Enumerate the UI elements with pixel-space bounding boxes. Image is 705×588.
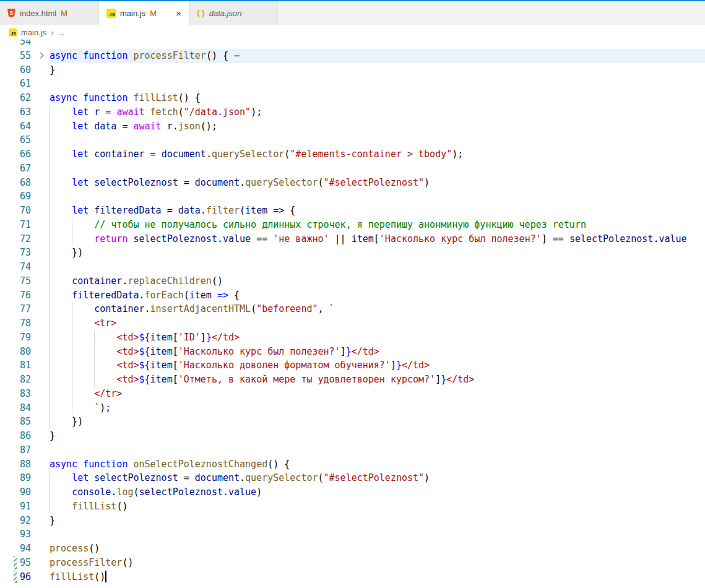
code-line[interactable]: 89 let selectPoleznost = document.queryS… [0, 471, 705, 485]
breadcrumb-symbol[interactable]: ... [58, 28, 65, 37]
tab-data-json[interactable]: { } data.json [189, 1, 278, 25]
line-number[interactable]: 64 [0, 119, 31, 134]
code-line-text: </tr> [50, 387, 705, 401]
code-line[interactable]: 75 container.replaceChildren() [0, 274, 705, 288]
code-line[interactable]: 63 let r = await fetch("/data.json"); [0, 105, 705, 119]
line-number[interactable]: 77 [0, 302, 31, 316]
line-number[interactable]: 87 [0, 443, 31, 457]
code-line[interactable]: 79 <td>${item['ID']}</td> [0, 331, 705, 345]
line-number[interactable]: 61 [0, 77, 31, 91]
code-line[interactable]: 61 [0, 77, 705, 91]
code-line[interactable]: 83 </tr> [0, 387, 705, 401]
line-number[interactable]: 72 [0, 232, 31, 246]
code-line[interactable]: 92} [0, 514, 705, 528]
code-line[interactable]: 76 filteredData.forEach(item => { [0, 288, 705, 303]
line-number[interactable]: 90 [0, 485, 31, 499]
code-line[interactable]: 55async function processFilter() { ⋯ [0, 49, 705, 63]
code-line[interactable]: 85 }) [0, 415, 705, 429]
line-number[interactable]: 92 [0, 514, 31, 528]
line-number[interactable]: 63 [0, 105, 31, 119]
code-line[interactable]: 71 // чтобы не получалось сильно длинных… [0, 218, 705, 232]
code-line[interactable]: 91 fillList() [0, 499, 705, 514]
indent-guide [50, 162, 50, 176]
fold-column [31, 133, 50, 147]
code-line[interactable]: 81 <td>${item['Насколько доволен формато… [0, 358, 705, 373]
code-line[interactable]: 72 return selectPoleznost.value == 'не в… [0, 232, 705, 246]
code-editor[interactable]: 5455async function processFilter() { ⋯60… [0, 40, 705, 588]
tab-main-js[interactable]: JS main.js M × [99, 1, 189, 25]
line-number[interactable]: 85 [0, 415, 31, 429]
line-number[interactable]: 74 [0, 260, 31, 274]
line-number[interactable]: 94 [0, 542, 31, 556]
code-line[interactable]: 62async function fillList() { [0, 91, 705, 105]
line-number[interactable]: 89 [0, 471, 31, 485]
code-line[interactable]: 67 [0, 162, 705, 176]
line-number[interactable]: 70 [0, 204, 31, 218]
gutter: 69 [0, 189, 50, 204]
tab-index-html[interactable]: 5 index.html M [0, 1, 99, 25]
code-line[interactable]: 80 <td>${item['Насколько курс был полезе… [0, 345, 705, 359]
line-number[interactable]: 82 [0, 373, 31, 387]
line-number[interactable]: 69 [0, 189, 31, 204]
line-number[interactable]: 80 [0, 345, 31, 359]
gutter: 71 [0, 218, 50, 232]
line-number[interactable]: 88 [0, 457, 31, 472]
chevron-right-icon: › [51, 28, 53, 37]
gutter: 84 [0, 401, 50, 415]
line-number[interactable]: 66 [0, 147, 31, 162]
code-line[interactable]: 90 console.log(selectPoleznost.value) [0, 485, 705, 499]
code-line[interactable]: 69 [0, 189, 705, 204]
line-number[interactable]: 83 [0, 387, 31, 401]
code-line[interactable]: 95processFilter() [0, 556, 705, 570]
line-number[interactable]: 65 [0, 133, 31, 147]
line-number[interactable]: 62 [0, 91, 31, 105]
code-line-text: let r = await fetch("/data.json"); [50, 105, 705, 119]
code-line[interactable]: 66 let container = document.querySelecto… [0, 147, 705, 162]
line-number[interactable]: 60 [0, 63, 31, 77]
indent-guide [50, 147, 50, 162]
line-number[interactable]: 55 [0, 49, 31, 63]
code-line[interactable]: 77 container.insertAdjacentHTML("beforee… [0, 302, 705, 316]
indent-guide [72, 358, 72, 373]
line-number[interactable]: 73 [0, 246, 31, 260]
code-line[interactable]: 70 let filteredData = data.filter(item =… [0, 204, 705, 218]
code-line[interactable]: 84 `); [0, 401, 705, 415]
line-number[interactable]: 93 [0, 527, 31, 542]
breadcrumb-file[interactable]: main.js [21, 28, 46, 37]
line-number[interactable]: 86 [0, 429, 31, 443]
code-line[interactable]: 87 [0, 443, 705, 457]
fold-chevron-icon[interactable] [37, 53, 43, 59]
code-line[interactable]: 82 <td>${item['Отметь, в какой мере ты у… [0, 373, 705, 387]
line-number[interactable]: 78 [0, 316, 31, 331]
line-number[interactable]: 54 [0, 40, 31, 49]
line-number[interactable]: 76 [0, 288, 31, 303]
code-line[interactable]: 74 [0, 260, 705, 274]
close-tab-icon[interactable]: × [176, 9, 181, 18]
indent-guide [50, 345, 50, 359]
line-number[interactable]: 67 [0, 162, 31, 176]
line-number[interactable]: 84 [0, 401, 31, 415]
line-number[interactable]: 68 [0, 176, 31, 190]
code-line[interactable]: 68 let selectPoleznost = document.queryS… [0, 176, 705, 190]
code-line[interactable]: 73 }) [0, 246, 705, 260]
line-number[interactable]: 75 [0, 274, 31, 288]
tab-label: data.json [209, 9, 242, 18]
code-line[interactable]: 64 let data = await r.json(); [0, 119, 705, 134]
line-number[interactable]: 81 [0, 358, 31, 373]
code-line[interactable]: 78 <tr> [0, 316, 705, 331]
gutter: 76 [0, 288, 50, 303]
code-line[interactable]: 54 [0, 40, 705, 49]
fold-column [31, 570, 50, 584]
code-line[interactable]: 88async function onSelectPoleznostChange… [0, 457, 705, 472]
code-line[interactable]: 65 [0, 133, 705, 147]
line-number[interactable]: 91 [0, 499, 31, 514]
line-number[interactable]: 71 [0, 218, 31, 232]
code-line[interactable]: 86} [0, 429, 705, 443]
code-line[interactable]: 96fillList() [0, 570, 705, 584]
code-line[interactable]: 60} [0, 63, 705, 77]
git-added-gutter-mark [14, 556, 17, 569]
line-number[interactable]: 79 [0, 331, 31, 345]
fold-column [31, 373, 50, 387]
code-line[interactable]: 94process() [0, 542, 705, 556]
code-line[interactable]: 93 [0, 527, 705, 542]
